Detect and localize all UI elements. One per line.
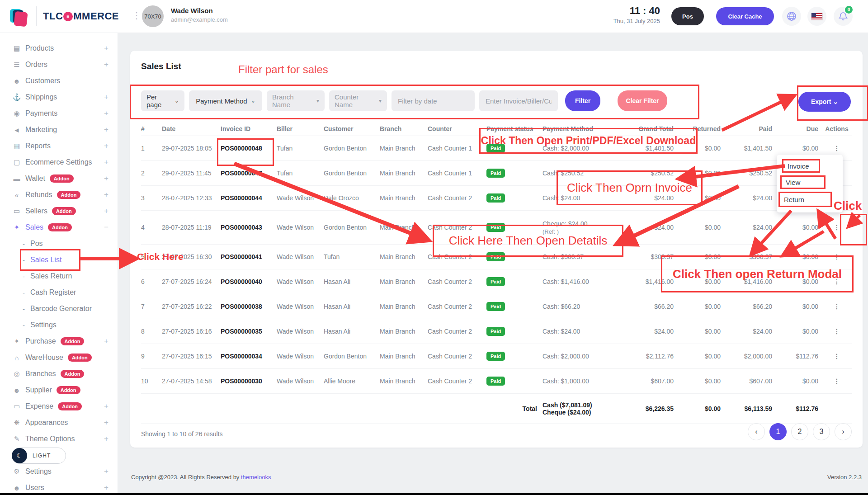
page-button-1[interactable]: 1 [769, 423, 787, 440]
page-next-button[interactable]: › [835, 423, 852, 440]
expand-plus-icon[interactable]: + [104, 337, 108, 346]
brand-logo[interactable]: TLC≡MMERCE [10, 5, 119, 27]
sidebar-item-sellers[interactable]: ▭SellersAddon+ [0, 203, 118, 219]
cell-invoice-id[interactable]: POS00000041 [221, 253, 271, 260]
row-actions-dots-icon[interactable]: ⋮ [824, 254, 850, 260]
app-root: TLC≡MMERCE ⋮ 70X70 Wade Wilson admin@exa… [0, 0, 868, 495]
sidebar-item-purchase[interactable]: ✦PurchaseAddon+ [0, 334, 118, 349]
sidebar-item-refunds[interactable]: «RefundsAddon+ [0, 187, 118, 203]
cell-due: $0.00 [778, 145, 818, 152]
sidebar-item-orders[interactable]: ☰Orders+ [0, 57, 118, 72]
cell-invoice-id[interactable]: POS00000038 [221, 303, 271, 310]
row-actions-dots-icon[interactable]: ⋮ [824, 224, 850, 231]
cell-counter: Cash Counter 2 [428, 278, 481, 285]
row-actions-dots-icon[interactable]: ⋮ [824, 278, 850, 285]
page-prev-button[interactable]: ‹ [748, 423, 765, 440]
sidebar-item-wallet[interactable]: ▬WalletAddon+ [0, 171, 118, 186]
theme-toggle[interactable]: ☾LIGHT [12, 448, 66, 464]
sidebar-item-marketing[interactable]: ◄Marketing+ [0, 122, 118, 137]
per-page-select[interactable]: Per page⌄ [141, 90, 184, 111]
cell-invoice-id[interactable]: POS00000048 [221, 145, 271, 152]
expand-plus-icon[interactable]: + [104, 434, 108, 443]
expand-plus-icon[interactable]: + [104, 44, 108, 53]
row-actions-dots-icon[interactable]: ⋮ [824, 378, 850, 384]
page-button-3[interactable]: 3 [813, 423, 830, 440]
cell-invoice-id[interactable]: POS00000040 [221, 278, 271, 285]
sidebar-subitem-barcode-generator[interactable]: -Barcode Generator [0, 301, 118, 316]
country-flag-icon[interactable] [807, 7, 826, 26]
language-globe-icon[interactable] [782, 7, 801, 26]
expand-plus-icon[interactable]: + [104, 483, 108, 492]
cell-grand-total: $66.20 [628, 303, 674, 310]
sidebar-item-settings[interactable]: ⚙Settings+ [0, 464, 118, 479]
expand-plus-icon[interactable]: + [104, 158, 108, 167]
page-button-2[interactable]: 2 [791, 423, 808, 440]
sidebar-item-theme-options[interactable]: ✎Theme Options+ [0, 431, 118, 447]
sidebar-subitem-pos[interactable]: -Pos [0, 236, 118, 251]
cell-branch: Main Branch [380, 145, 422, 152]
cell-paid: $66.20 [726, 303, 772, 310]
notification-bell-icon[interactable]: 0 [834, 7, 853, 26]
expand-plus-icon[interactable]: + [104, 402, 108, 411]
cell-invoice-id[interactable]: POS00000030 [221, 377, 271, 385]
user-email: admin@example.com [171, 16, 228, 23]
dropdown-item-view[interactable]: View [780, 175, 826, 189]
payment-method-select[interactable]: Payment Method⌄ [189, 90, 262, 111]
expand-plus-icon[interactable]: + [104, 93, 108, 102]
sidebar-subitem-sales-return[interactable]: -Sales Return [0, 269, 118, 284]
copyright-text: Copyright @2023. All Rights Reserved by [131, 474, 241, 481]
col-header-customer: Customer [324, 125, 374, 132]
sidebar-item-expense[interactable]: ▭ExpenseAddon+ [0, 399, 118, 414]
sidebar-item-sales[interactable]: ✦SalesAddon− [0, 220, 118, 235]
cell-invoice-id[interactable]: POS00000047 [221, 170, 271, 177]
branch-name-select[interactable]: Branch Name▾ [267, 90, 325, 111]
clear-cache-button[interactable]: Clear Cache [716, 7, 774, 25]
expand-plus-icon[interactable]: + [104, 174, 108, 183]
sidebar-item-reports[interactable]: ▦Reports+ [0, 138, 118, 154]
expand-plus-icon[interactable]: + [104, 125, 108, 134]
cell-invoice-id[interactable]: POS00000044 [221, 194, 271, 202]
sidebar-item-shippings[interactable]: ⚓Shippings+ [0, 90, 118, 105]
sidebar-item-branches[interactable]: ◎BranchesAddon [0, 366, 118, 382]
sidebar-item-appearances[interactable]: ❋Appearances+ [0, 415, 118, 430]
themelooks-link[interactable]: themelooks [241, 474, 271, 481]
sidebar-item-ecommerce-settings[interactable]: ▢Ecommerce Settings+ [0, 155, 118, 170]
filter-button[interactable]: Filter [565, 90, 600, 111]
expand-plus-icon[interactable]: + [104, 190, 108, 199]
cell-due: $112.76 [778, 353, 818, 360]
counter-name-select[interactable]: Counter Name▾ [329, 90, 387, 111]
row-actions-dots-icon[interactable]: ⋮ [824, 353, 850, 359]
sidebar-item-label: Purchase [25, 337, 56, 345]
expand-plus-icon[interactable]: + [104, 467, 108, 476]
sidebar-item-warehouse[interactable]: ⌂WareHouseAddon [0, 350, 118, 365]
row-actions-dots-icon[interactable]: ⋮ [824, 328, 850, 335]
row-actions-dots-icon[interactable]: ⋮ [824, 303, 850, 310]
sidebar-item-products[interactable]: ▤Products+ [0, 41, 118, 56]
pos-button[interactable]: Pos [671, 7, 704, 25]
expand-plus-icon[interactable]: + [104, 207, 108, 216]
collapse-minus-icon[interactable]: − [104, 223, 108, 232]
export-button[interactable]: Export ⌄ [798, 92, 851, 112]
cell-invoice-id[interactable]: POS00000043 [221, 224, 271, 231]
clear-filter-button[interactable]: Clear Filter [618, 90, 667, 111]
invoice-search-input[interactable] [479, 90, 558, 111]
expand-plus-icon[interactable]: + [104, 109, 108, 118]
dropdown-item-invoice[interactable]: Invoice [782, 159, 820, 173]
expand-plus-icon[interactable]: + [104, 418, 108, 427]
date-filter-input[interactable] [392, 90, 475, 111]
cell-invoice-id[interactable]: POS00000035 [221, 328, 271, 335]
sidebar-item-supplier[interactable]: ☻SupplierAddon [0, 382, 118, 398]
dropdown-item-return[interactable]: Return [778, 192, 832, 207]
cell-invoice-id[interactable]: POS00000034 [221, 353, 271, 360]
sidebar-item-customers[interactable]: ☻Customers [0, 73, 118, 89]
cell-payment-method: Cheque: $24.00(Ref: ) [542, 220, 623, 235]
expand-plus-icon[interactable]: + [104, 60, 108, 69]
row-actions-dots-icon[interactable]: ⋮ [824, 145, 850, 151]
avatar[interactable]: 70X70 [142, 5, 164, 27]
sidebar-subitem-cash-register[interactable]: -Cash Register [0, 285, 118, 300]
sidebar-subitem-sales-list[interactable]: -Sales List [0, 252, 118, 268]
expand-plus-icon[interactable]: + [104, 141, 108, 151]
sidebar-item-payments[interactable]: ◉Payments+ [0, 106, 118, 121]
header-menu-dots-icon[interactable]: ⋮ [132, 10, 141, 21]
sidebar-subitem-settings[interactable]: -Settings [0, 317, 118, 333]
